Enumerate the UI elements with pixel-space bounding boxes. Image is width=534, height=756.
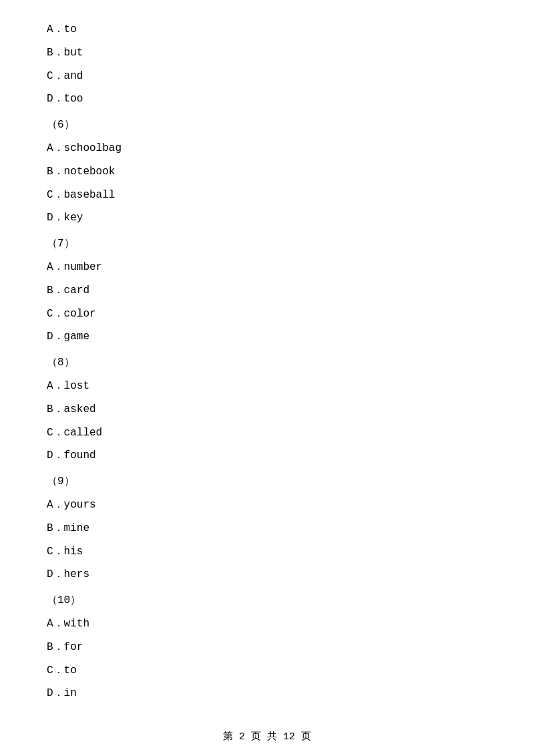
section-7: （7） A．number B．card C．color D．game (47, 234, 487, 347)
section-10: （10） A．with B．for C．to D．in (47, 591, 487, 703)
section-label-8: （8） (47, 353, 487, 373)
section-label-7: （7） (47, 234, 487, 254)
option-8-b: B．asked (47, 400, 487, 419)
option-10-d: D．in (47, 684, 487, 703)
option-7-a: A．number (47, 258, 487, 277)
section-9: （9） A．yours B．mine C．his D．hers (47, 472, 487, 584)
section-label-6: （6） (47, 116, 487, 135)
option-6-d: D．key (47, 208, 487, 228)
main-content: A．to B．but C．and D．too （6） A．schoolbag B… (0, 0, 534, 747)
option-7-d: D．game (47, 327, 487, 347)
option-0-d: D．too (47, 89, 487, 109)
option-0-a: A．to (47, 20, 487, 39)
option-10-b: B．for (47, 638, 487, 657)
section-label-10: （10） (47, 591, 487, 610)
section-0: A．to B．but C．and D．too (47, 20, 487, 109)
page-number: 第 2 页 共 12 页 (223, 731, 311, 743)
option-10-c: C．to (47, 661, 487, 681)
option-8-a: A．lost (47, 377, 487, 396)
section-label-9: （9） (47, 472, 487, 492)
option-9-a: A．yours (47, 496, 487, 515)
option-9-d: D．hers (47, 565, 487, 584)
option-0-b: B．but (47, 43, 487, 63)
option-10-a: A．with (47, 614, 487, 634)
option-8-d: D．found (47, 446, 487, 465)
option-0-c: C．and (47, 67, 487, 86)
option-6-a: A．schoolbag (47, 139, 487, 158)
option-6-c: C．baseball (47, 186, 487, 205)
section-8: （8） A．lost B．asked C．called D．found (47, 353, 487, 465)
page-footer: 第 2 页 共 12 页 (0, 730, 534, 743)
option-6-b: B．notebook (47, 162, 487, 182)
section-6: （6） A．schoolbag B．notebook C．baseball D．… (47, 116, 487, 228)
option-7-b: B．card (47, 281, 487, 301)
option-9-c: C．his (47, 542, 487, 562)
option-9-b: B．mine (47, 519, 487, 538)
option-8-c: C．called (47, 423, 487, 443)
option-7-c: C．color (47, 305, 487, 324)
